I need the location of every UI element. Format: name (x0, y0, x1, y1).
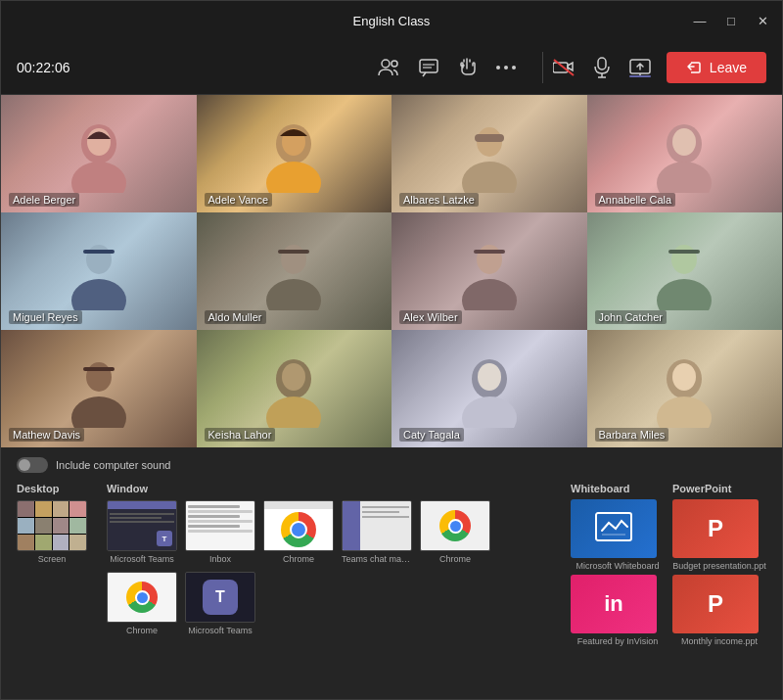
teams-icon-img: T (185, 572, 255, 623)
toggle-label: Include computer sound (56, 459, 170, 471)
svg-point-1 (392, 61, 397, 67)
right-share: Whiteboard Microsoft Whiteboard (571, 483, 766, 646)
monthly-ppt-bg: P (672, 575, 759, 633)
raise-hand-icon[interactable] (458, 57, 476, 78)
whiteboard-thumb[interactable] (571, 499, 657, 558)
window-title: Window (107, 483, 490, 494)
monthly-ppt-col: P Monthly income.ppt (672, 575, 766, 646)
title-bar: English Class — □ ✕ (1, 1, 782, 40)
powerpoint-budget-thumb[interactable]: P (672, 499, 759, 558)
leave-button[interactable]: Leave (667, 52, 766, 83)
right-share-row2: in Featured by InVision P Monthly income… (571, 575, 766, 646)
window-thumbnails-row1: T Microsoft Teams (107, 500, 490, 564)
toolbar-left-icons (378, 57, 517, 78)
window-title: English Class (353, 14, 431, 28)
more-options-icon[interactable] (495, 65, 517, 70)
svg-rect-35 (474, 250, 505, 254)
chat-icon[interactable] (419, 58, 438, 77)
teams-thumb-img: T (107, 500, 177, 551)
whiteboard-col: Whiteboard Microsoft Whiteboard (571, 483, 665, 571)
participant-name-john-catcher: John Catcher (595, 310, 667, 324)
participant-name-annabelle-cala: Annabelle Cala (595, 193, 676, 207)
whiteboard-label: Microsoft Whiteboard (571, 561, 665, 571)
invision-thumb[interactable]: in (571, 575, 657, 633)
svg-point-25 (657, 162, 712, 193)
participant-name-albares-latzke: Albares Latzke (399, 193, 479, 207)
powerpoint-budget-bg: P (672, 499, 759, 558)
chrome-thumb2-img (107, 572, 177, 623)
svg-point-30 (266, 279, 321, 310)
leave-label: Leave (710, 60, 747, 75)
svg-point-46 (462, 397, 517, 428)
inbox-label: Inbox (185, 554, 255, 564)
svg-point-7 (512, 66, 516, 70)
svg-point-19 (266, 162, 321, 193)
svg-rect-32 (278, 250, 309, 254)
chrome-plain-label: Chrome (263, 554, 334, 564)
desktop-section: Desktop Screen (17, 483, 87, 635)
window-section: Window (107, 483, 490, 635)
teams-logo: T (157, 531, 172, 546)
svg-point-27 (71, 279, 126, 310)
video-cell-annabelle-cala: Annabelle Cala (587, 95, 783, 212)
video-cell-barbara-miles: Barbara Miles (587, 330, 783, 447)
chrome-thumb2[interactable]: Chrome (107, 572, 177, 635)
window-controls: — □ ✕ (692, 14, 770, 28)
svg-point-47 (478, 363, 501, 391)
inbox-thumb-item[interactable]: Inbox (185, 500, 255, 564)
svg-point-37 (671, 245, 697, 274)
teams-chat-img (342, 500, 412, 551)
svg-point-0 (382, 60, 390, 68)
teams-thumb-item[interactable]: T Microsoft Teams (107, 500, 177, 564)
svg-point-36 (657, 279, 712, 310)
participant-name-aldo-muller: Aldo Muller (205, 310, 266, 324)
teams-icon-thumb[interactable]: T Microsoft Teams (185, 572, 255, 635)
chrome-icon-thumb[interactable]: Chrome (420, 500, 490, 564)
video-cell-caty-tagala: Caty Tagala (392, 330, 587, 447)
teams-chat-label: Teams chat marketing (342, 554, 412, 564)
desktop-thumbnails: Screen (17, 500, 87, 564)
svg-rect-2 (420, 60, 438, 72)
svg-point-34 (477, 245, 502, 274)
budget-ppt-label: Budget presentation.ppt (672, 561, 766, 571)
participants-icon[interactable] (378, 58, 399, 77)
chrome-thumb2-label: Chrome (107, 626, 177, 635)
share-top-bar: Include computer sound (17, 457, 766, 473)
desktop-title: Desktop (17, 483, 87, 494)
computer-sound-toggle[interactable] (17, 457, 48, 473)
share-sections: Desktop Screen (17, 483, 766, 646)
monthly-ppt-thumb[interactable]: P (672, 575, 759, 633)
participant-name-alex-wilber: Alex Wilber (399, 310, 462, 324)
video-cell-aldo-muller: Aldo Muller (197, 212, 392, 330)
share-screen-icon[interactable] (629, 58, 651, 77)
svg-point-28 (86, 245, 112, 274)
svg-point-31 (281, 245, 306, 274)
participant-name-miguel-reyes: Miguel Reyes (9, 310, 82, 324)
svg-point-43 (266, 397, 321, 428)
svg-point-16 (71, 162, 126, 193)
screen-thumb[interactable]: Screen (17, 500, 87, 564)
monthly-ppt-label: Monthly income.ppt (672, 636, 766, 646)
svg-point-6 (504, 66, 508, 70)
maximize-button[interactable]: □ (723, 14, 739, 28)
participant-name-adele-vance: Adele Vance (205, 193, 273, 207)
invision-bg: in (571, 575, 657, 633)
microphone-icon[interactable] (594, 57, 610, 78)
svg-point-5 (496, 66, 500, 70)
video-cell-adele-berger: Adele Berger (1, 95, 197, 212)
svg-rect-9 (598, 58, 606, 70)
camera-off-icon[interactable] (553, 59, 575, 76)
close-button[interactable]: ✕ (755, 14, 770, 28)
svg-point-39 (71, 397, 126, 428)
participant-name-caty-tagala: Caty Tagala (399, 428, 464, 442)
svg-rect-29 (83, 250, 115, 254)
whiteboard-bg (571, 499, 657, 558)
svg-point-21 (462, 162, 517, 193)
powerpoint-section-title: PowerPoint (672, 483, 766, 494)
teams-chat-thumb[interactable]: Teams chat marketing (342, 500, 412, 564)
chrome-plain-thumb[interactable]: Chrome (263, 500, 334, 564)
svg-point-40 (86, 362, 112, 392)
minimize-button[interactable]: — (692, 14, 708, 28)
ppt-icon2: P (708, 590, 723, 618)
chrome-icon-img (420, 500, 490, 551)
